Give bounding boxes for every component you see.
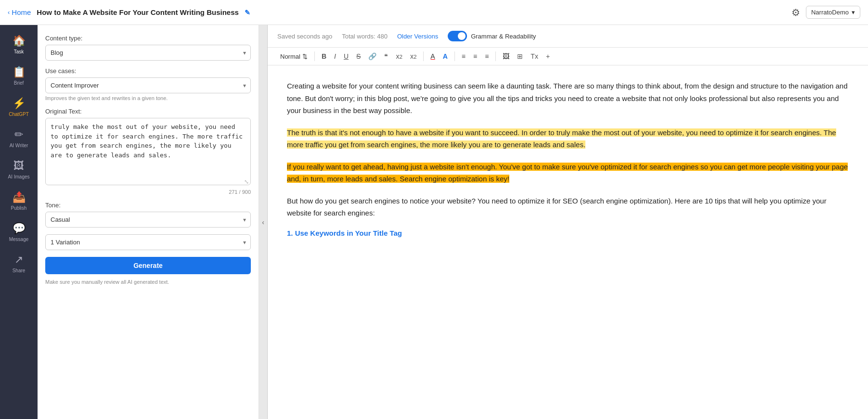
sidebar-item-brief[interactable]: 📋 Brief [0,61,38,90]
sidebar-item-label-ai-images: AI Images [8,174,29,179]
gear-icon[interactable]: ⚙ [791,7,800,18]
grammar-toggle[interactable] [448,31,467,41]
share-icon: ↗ [14,254,23,266]
sidebar-item-share[interactable]: ↗ Share [0,249,38,278]
original-text-label: Original Text: [45,108,251,115]
variation-select[interactable]: 1 Variation 2 Variations 3 Variations [45,234,251,250]
grammar-toggle-group: Grammar & Readability [448,31,536,41]
main-layout: 🏠 Task 📋 Brief ⚡ ChatGPT ✏ AI Writer 🖼 A… [0,25,868,419]
image-button[interactable]: 🖼 [500,51,512,62]
style-arrows-icon: ⇅ [302,53,308,60]
content-paragraph-2: The truth is that it's not enough to hav… [287,127,849,151]
text-style-selector[interactable]: Normal ⇅ [277,51,311,62]
clear-format-button[interactable]: Tx [528,51,541,62]
superscript-button[interactable]: x2 [407,51,419,62]
align-button[interactable]: ≡ [482,51,492,62]
toolbar-separator-2 [423,51,424,61]
home-link[interactable]: ‹ Home [8,8,31,16]
total-words: Total words: 480 [342,33,388,40]
user-dropdown[interactable]: NarratoDemo ▾ [806,6,860,19]
content-type-select[interactable]: Blog Article Social Post [45,45,251,61]
toolbar-separator-4 [495,51,496,61]
quote-button[interactable]: ❝ [381,51,391,62]
editor-toolbar: Normal ⇅ B I U S 🔗 ❝ x2 x2 A A ≡ ≡ ≡ 🖼 ⊞… [268,48,868,65]
variation-wrapper: 1 Variation 2 Variations 3 Variations ▾ [45,234,251,250]
sidebar-item-label-share: Share [13,268,26,273]
char-count: 271 / 900 [45,189,251,195]
collapse-icon: ‹ [262,218,264,226]
link-button[interactable]: 🔗 [365,51,379,62]
use-cases-select[interactable]: Content Improver Blog Writer [45,77,251,93]
highlighted-text-1: The truth is that it's not enough to hav… [287,128,836,149]
tone-wrapper: Casual Formal Friendly Professional ▾ [45,212,251,228]
ai-images-icon: 🖼 [13,160,24,172]
older-versions-link[interactable]: Older Versions [397,33,438,40]
message-icon: 💬 [13,222,26,235]
content-paragraph-3: If you really want to get ahead, having … [287,161,849,185]
sidebar-item-task[interactable]: 🏠 Task [0,30,38,59]
sidebar-item-label-chatgpt: ChatGPT [9,112,29,117]
toolbar-separator-3 [454,51,455,61]
list-item-1: 1. Use Keywords in Your Title Tag [287,229,849,237]
font-color-button[interactable]: A [428,51,438,62]
task-icon: 🏠 [13,35,26,47]
original-text-wrapper: truly make the most out of your website,… [45,118,251,187]
publish-icon: 📤 [13,191,26,203]
sidebar: 🏠 Task 📋 Brief ⚡ ChatGPT ✏ AI Writer 🖼 A… [0,25,38,419]
toolbar-separator-1 [314,51,315,61]
editor-topbar: Saved seconds ago Total words: 480 Older… [268,25,868,48]
highlighted-text-2: If you really want to get ahead, having … [287,163,848,183]
saved-status: Saved seconds ago [277,33,332,40]
sidebar-item-label-ai-writer: AI Writer [10,143,28,148]
ai-disclaimer: Make sure you manually review all AI gen… [45,279,251,285]
grammar-label: Grammar & Readability [471,33,536,40]
tone-label: Tone: [45,202,251,209]
use-case-description: Improves the given text and rewrites in … [45,95,251,101]
chatgpt-icon: ⚡ [13,97,26,110]
generate-button[interactable]: Generate [45,257,251,274]
add-block-button[interactable]: + [543,51,553,62]
bold-button[interactable]: B [319,51,329,62]
table-button[interactable]: ⊞ [514,51,526,62]
sidebar-item-message[interactable]: 💬 Message [0,217,38,247]
home-label: Home [12,8,31,16]
brief-icon: 📋 [13,66,26,78]
use-cases-label: Use cases: [45,67,251,75]
edit-icon[interactable]: ✎ [245,9,250,16]
page-title: How to Make A Website For Your Content W… [37,8,791,16]
sidebar-item-ai-images[interactable]: 🖼 AI Images [0,155,38,184]
strikethrough-button[interactable]: S [353,51,363,62]
sidebar-item-label-message: Message [9,237,29,242]
tone-select[interactable]: Casual Formal Friendly Professional [45,212,251,228]
ordered-list-button[interactable]: ≡ [459,51,468,62]
top-bar-right: ⚙ NarratoDemo ▾ [791,6,860,19]
sidebar-item-publish[interactable]: 📤 Publish [0,186,38,216]
content-paragraph-1: Creating a website for your content writ… [287,80,849,117]
sidebar-item-ai-writer[interactable]: ✏ AI Writer [0,124,38,153]
original-text-input[interactable]: truly make the most out of your website,… [45,118,251,185]
unordered-list-button[interactable]: ≡ [470,51,480,62]
content-type-wrapper: Blog Article Social Post ▾ [45,45,251,61]
left-panel: Content type: Blog Article Social Post ▾… [38,25,259,419]
chevron-down-icon: ▾ [852,9,855,16]
editor-panel: Saved seconds ago Total words: 480 Older… [268,25,868,419]
sidebar-item-label-publish: Publish [11,205,27,211]
resize-handle-icon[interactable]: ⤡ [244,178,249,185]
sidebar-item-label-brief: Brief [14,80,24,86]
content-type-label: Content type: [45,35,251,42]
editor-content[interactable]: Creating a website for your content writ… [268,65,868,419]
collapse-handle[interactable]: ‹ [259,25,268,419]
subscript-button[interactable]: x2 [393,51,405,62]
ai-writer-icon: ✏ [14,128,23,141]
italic-button[interactable]: I [331,51,339,62]
content-paragraph-4: But how do you get search engines to not… [287,195,849,219]
use-cases-wrapper: Content Improver Blog Writer ▾ [45,77,251,93]
highlight-button[interactable]: A [440,51,451,62]
top-bar: ‹ Home How to Make A Website For Your Co… [0,0,868,25]
sidebar-item-label-task: Task [14,49,24,54]
underline-button[interactable]: U [341,51,351,62]
chevron-left-icon: ‹ [8,9,10,16]
sidebar-item-chatgpt[interactable]: ⚡ ChatGPT [0,92,38,122]
